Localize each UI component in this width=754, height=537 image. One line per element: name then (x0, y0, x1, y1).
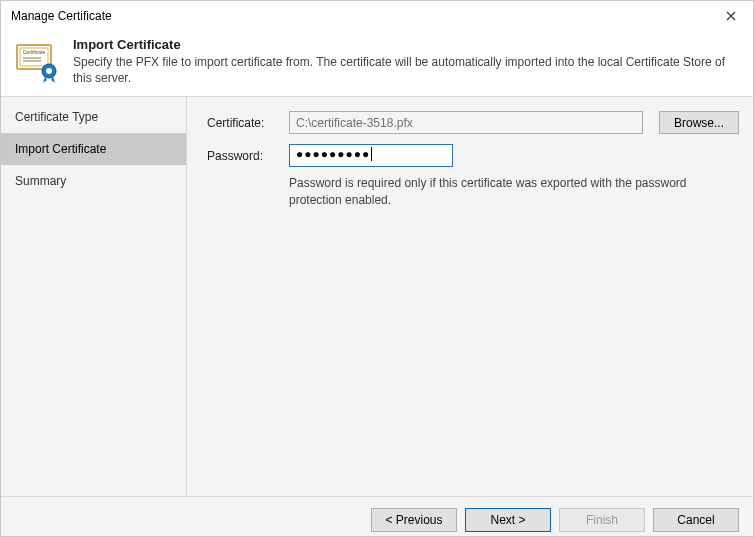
header-title: Import Certificate (73, 37, 741, 52)
cancel-button[interactable]: Cancel (653, 508, 739, 532)
form-panel: Certificate: Browse... Password: ●●●●●●●… (187, 97, 753, 496)
password-row: Password: ●●●●●●●●● (207, 144, 739, 167)
step-summary[interactable]: Summary (1, 165, 186, 197)
wizard-footer: < Previous Next > Finish Cancel (1, 496, 753, 537)
wizard-header: Certificate Import Certificate Specify t… (1, 31, 753, 96)
window-title: Manage Certificate (11, 9, 112, 23)
browse-button[interactable]: Browse... (659, 111, 739, 134)
step-certificate-type[interactable]: Certificate Type (1, 101, 186, 133)
certificate-icon: Certificate (13, 37, 61, 85)
finish-button[interactable]: Finish (559, 508, 645, 532)
title-bar: Manage Certificate (1, 1, 753, 31)
certificate-row: Certificate: Browse... (207, 111, 739, 134)
step-label: Summary (15, 174, 66, 188)
wizard-body: Certificate Type Import Certificate Summ… (1, 96, 753, 496)
close-button[interactable] (709, 1, 753, 31)
close-icon (726, 11, 736, 21)
svg-text:Certificate: Certificate (23, 49, 46, 55)
svg-point-6 (46, 68, 52, 74)
step-label: Certificate Type (15, 110, 98, 124)
certificate-path-input[interactable] (289, 111, 643, 134)
step-label: Import Certificate (15, 142, 106, 156)
password-label: Password: (207, 149, 279, 163)
previous-button[interactable]: < Previous (371, 508, 457, 532)
certificate-label: Certificate: (207, 116, 279, 130)
password-input[interactable] (289, 144, 453, 167)
password-hint: Password is required only if this certif… (289, 175, 709, 207)
header-description: Specify the PFX file to import certifica… (73, 54, 741, 86)
wizard-steps: Certificate Type Import Certificate Summ… (1, 97, 187, 496)
next-button[interactable]: Next > (465, 508, 551, 532)
step-import-certificate[interactable]: Import Certificate (1, 133, 186, 165)
